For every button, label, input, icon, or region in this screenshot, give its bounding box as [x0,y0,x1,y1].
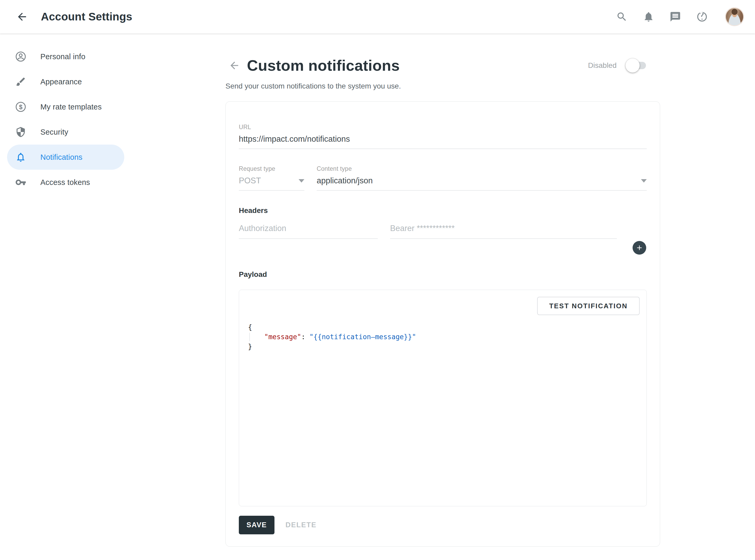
sidebar-item-notifications[interactable]: Notifications [7,145,124,170]
back-arrow-icon [229,60,240,71]
shield-icon [15,126,26,138]
sidebar-item-label: Appearance [40,78,82,86]
content-type-value: application/json [317,176,373,185]
messages-button[interactable] [668,9,683,24]
top-app-bar: Account Settings [0,0,755,34]
topbar-back-button[interactable] [14,8,31,25]
headers-section-title: Headers [239,206,647,215]
app-title: Account Settings [41,11,132,23]
payload-code-editor[interactable]: { "message": "{{notification–message}}" … [239,322,640,352]
header-key-input[interactable] [239,224,378,239]
user-avatar[interactable] [725,7,744,26]
request-type-select[interactable]: Request type POST [239,165,304,191]
sidebar-item-label: Notifications [40,153,82,162]
request-type-label: Request type [239,165,304,172]
request-type-value: POST [239,176,261,185]
page-subtitle: Send your custom notifications to the sy… [226,82,660,91]
person-circle-icon [15,51,26,62]
key-icon [15,177,26,188]
toggle-knob [625,58,640,73]
notification-settings-card: URL Request type POST Content type appli… [226,101,660,547]
content-type-label: Content type [317,165,647,172]
sidebar-item-access-tokens[interactable]: Access tokens [0,170,131,195]
code-line: "message": "{{notification–message}}" [248,332,640,342]
payload-editor-box: TEST NOTIFICATION { "message": "{{notifi… [239,290,647,506]
content-type-select[interactable]: Content type application/json [317,165,647,191]
add-header-row [239,241,647,255]
sidebar-item-personal-info[interactable]: Personal info [0,44,131,69]
enable-toggle-group: Disabled [588,61,646,70]
bell-icon [643,11,654,22]
dollar-circle-icon: $ [15,101,26,112]
main-content: Custom notifications Disabled Send your … [226,34,660,560]
chevron-down-icon [298,179,304,183]
sidebar-item-appearance[interactable]: Appearance [0,69,131,94]
brush-icon [15,76,26,87]
code-string-value: "{{notification–message}}" [309,333,416,341]
topbar-actions [615,7,744,26]
add-header-button[interactable] [633,241,646,255]
help-button[interactable] [695,9,710,24]
code-open-brace: { [248,323,252,331]
request-type-control: POST [239,176,304,191]
headers-row [239,224,647,239]
page-layout: Personal info Appearance $ My rate templ… [0,34,755,560]
page-title: Custom notifications [247,57,400,74]
svg-text:$: $ [19,104,22,111]
sidebar-item-label: Personal info [40,53,85,61]
sidebar-item-label: Access tokens [40,178,90,187]
page-back-button[interactable] [227,58,242,73]
test-row: TEST NOTIFICATION [239,297,640,315]
save-button[interactable]: SAVE [239,516,274,534]
search-icon [616,11,627,22]
code-separator: : [301,333,309,341]
help-icon [696,11,708,22]
form-actions: SAVE DELETE [239,516,647,534]
header-value-input[interactable] [390,224,617,239]
url-label: URL [239,124,647,131]
sidebar-item-label: My rate templates [40,103,102,111]
url-field-group: URL [239,124,647,149]
type-row: Request type POST Content type applicati… [239,165,647,191]
code-key: "message" [264,333,301,341]
delete-button[interactable]: DELETE [286,521,317,529]
payload-section-title: Payload [239,270,647,279]
enable-toggle-switch[interactable] [626,62,646,69]
url-input[interactable] [239,134,647,149]
test-notification-button[interactable]: TEST NOTIFICATION [537,297,640,315]
page-header: Custom notifications Disabled [226,57,660,74]
plus-icon [636,244,643,252]
settings-sidebar: Personal info Appearance $ My rate templ… [0,34,131,195]
sidebar-item-my-rate-templates[interactable]: $ My rate templates [0,94,131,119]
bell-icon [15,152,26,163]
chat-icon [670,11,681,22]
code-close-brace: } [248,343,252,351]
notifications-button[interactable] [641,9,656,24]
content-type-control: application/json [317,176,647,191]
back-arrow-icon [16,11,28,23]
sidebar-item-label: Security [40,128,68,137]
sidebar-item-security[interactable]: Security [0,119,131,145]
toggle-state-label: Disabled [588,61,617,70]
code-line: } [248,342,640,352]
code-line: { [248,322,640,332]
chevron-down-icon [641,179,647,183]
search-button[interactable] [615,9,629,24]
